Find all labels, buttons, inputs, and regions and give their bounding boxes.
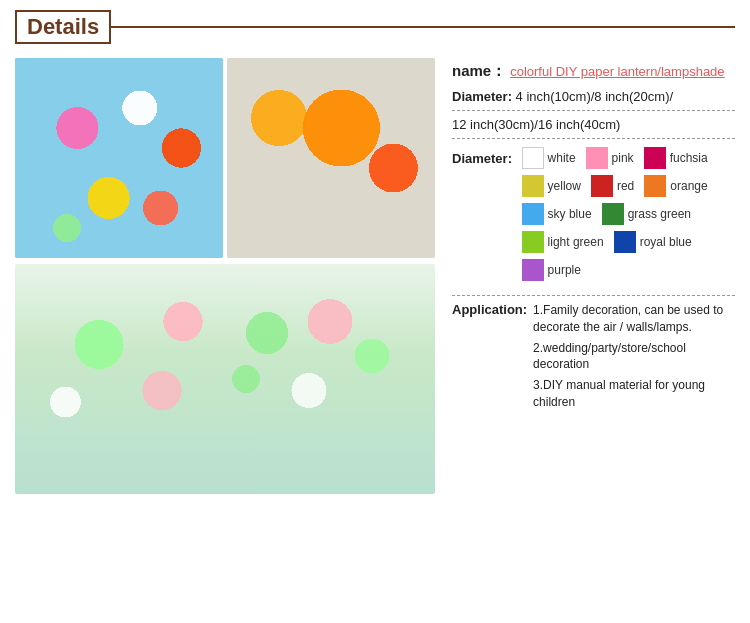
application-label: Application: — [452, 302, 527, 317]
color-label-pink: pink — [612, 151, 634, 165]
color-label-grass-green: grass green — [628, 207, 691, 221]
image-colorful-lanterns — [15, 58, 223, 258]
color-row-3: sky blue grass green — [522, 203, 708, 225]
color-item-grass-green[interactable]: grass green — [602, 203, 691, 225]
diameter-value-line2: 12 inch(30cm)/16 inch(40cm) — [452, 117, 620, 132]
details-line — [111, 26, 735, 28]
color-label-sky-blue: sky blue — [548, 207, 592, 221]
dashed-line-2 — [452, 138, 735, 139]
swatch-red — [591, 175, 613, 197]
application-text: 1.Family decoration, can be used to deco… — [533, 302, 735, 415]
color-item-sky-blue[interactable]: sky blue — [522, 203, 592, 225]
diameter-row-2: 12 inch(30cm)/16 inch(40cm) — [452, 117, 735, 132]
swatch-purple — [522, 259, 544, 281]
color-label-royal-blue: royal blue — [640, 235, 692, 249]
dashed-line-1 — [452, 110, 735, 111]
colors-label: Diameter: — [452, 151, 512, 166]
application-row: Application: 1.Family decoration, can be… — [452, 302, 735, 415]
color-label-orange: orange — [670, 179, 707, 193]
color-label-white: white — [548, 151, 576, 165]
application-section: Application: 1.Family decoration, can be… — [452, 302, 735, 415]
details-column: name： colorful DIY paper lantern/lampsha… — [447, 58, 735, 494]
swatch-fuchsia — [644, 147, 666, 169]
dashed-line-3 — [452, 295, 735, 296]
color-label-light-green: light green — [548, 235, 604, 249]
image-orange-lanterns — [227, 58, 435, 258]
color-item-light-green[interactable]: light green — [522, 231, 604, 253]
color-item-royal-blue[interactable]: royal blue — [614, 231, 692, 253]
diameter-label: Diameter: — [452, 89, 512, 104]
top-images — [15, 58, 435, 258]
color-label-yellow: yellow — [548, 179, 581, 193]
color-item-pink[interactable]: pink — [586, 147, 634, 169]
diameter-value-line1: 4 inch(10cm)/8 inch(20cm)/ — [516, 89, 674, 104]
details-header: Details — [15, 10, 735, 44]
color-item-yellow[interactable]: yellow — [522, 175, 581, 197]
images-column — [15, 58, 435, 494]
app-item-1: 1.Family decoration, can be used to deco… — [533, 302, 735, 336]
swatch-light-green — [522, 231, 544, 253]
swatch-grass-green — [602, 203, 624, 225]
swatch-royal-blue — [614, 231, 636, 253]
color-label-fuchsia: fuchsia — [670, 151, 708, 165]
diameter-row: Diameter: 4 inch(10cm)/8 inch(20cm)/ — [452, 89, 735, 104]
main-content: name： colorful DIY paper lantern/lampsha… — [15, 58, 735, 494]
color-item-red[interactable]: red — [591, 175, 634, 197]
colors-grid: white pink fuchsia — [522, 147, 708, 287]
colors-section: Diameter: white pink — [452, 147, 735, 287]
color-row-5: purple — [522, 259, 708, 281]
product-name-row: name： colorful DIY paper lantern/lampsha… — [452, 62, 735, 81]
color-item-orange[interactable]: orange — [644, 175, 707, 197]
color-item-white[interactable]: white — [522, 147, 576, 169]
color-item-purple[interactable]: purple — [522, 259, 581, 281]
product-name-value: colorful DIY paper lantern/lampshade — [510, 64, 724, 79]
swatch-pink — [586, 147, 608, 169]
app-item-2: 2.wedding/party/store/school decoration — [533, 340, 735, 374]
swatch-sky-blue — [522, 203, 544, 225]
color-row-1: white pink fuchsia — [522, 147, 708, 169]
color-label-purple: purple — [548, 263, 581, 277]
color-row-4: light green royal blue — [522, 231, 708, 253]
name-label: name： — [452, 62, 506, 81]
color-row-2: yellow red orange — [522, 175, 708, 197]
swatch-white — [522, 147, 544, 169]
app-item-3: 3.DIY manual material for young children — [533, 377, 735, 411]
color-label-red: red — [617, 179, 634, 193]
page-wrapper: Details name： colorful DIY paper lantern… — [0, 0, 750, 514]
color-item-fuchsia[interactable]: fuchsia — [644, 147, 708, 169]
details-title: Details — [15, 10, 111, 44]
image-party-lanterns — [15, 264, 435, 494]
swatch-yellow — [522, 175, 544, 197]
swatch-orange — [644, 175, 666, 197]
